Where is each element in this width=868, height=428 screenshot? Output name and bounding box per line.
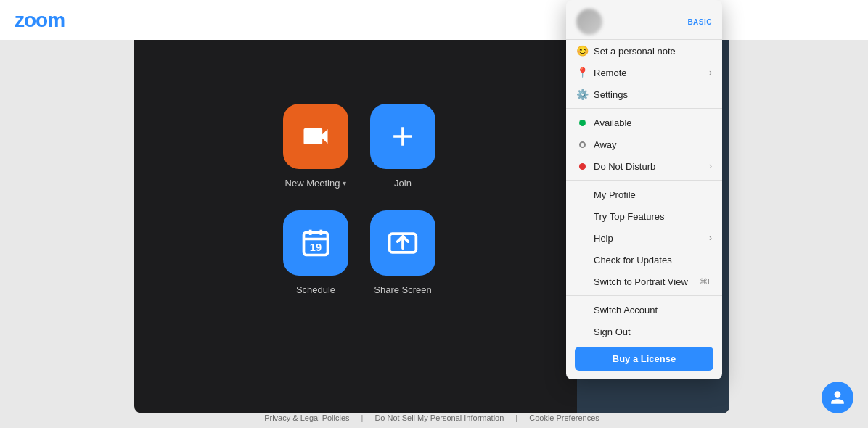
help-fab-button[interactable] xyxy=(822,382,853,413)
camera-icon xyxy=(300,120,332,152)
menu-item-dnd[interactable]: Do Not Disturb › xyxy=(566,155,722,177)
menu-item-help[interactable]: Help › xyxy=(566,227,722,249)
menu-item-switch-account[interactable]: Switch Account xyxy=(566,299,722,321)
menu-item-top-features[interactable]: Try Top Features xyxy=(566,205,722,227)
schedule-button[interactable]: 19 xyxy=(283,210,348,276)
footer-link-do-not-sell[interactable]: Do Not Sell My Personal Information xyxy=(374,413,504,422)
calendar-icon: 19 xyxy=(300,227,332,259)
action-grid: New Meeting ▾ Join xyxy=(283,104,435,295)
left-panel: New Meeting ▾ Join xyxy=(134,0,584,413)
share-screen-button[interactable] xyxy=(370,210,435,276)
status-away-icon xyxy=(576,139,588,150)
zoom-logo: zoom xyxy=(15,9,65,32)
portrait-view-shortcut: ⌘L xyxy=(700,277,712,287)
chevron-right-help-icon: › xyxy=(709,233,712,243)
menu-item-settings[interactable]: ⚙️ Settings xyxy=(566,83,722,105)
divider-2 xyxy=(566,180,722,181)
divider-3 xyxy=(566,295,722,296)
location-icon: 📍 xyxy=(576,67,588,78)
schedule-item[interactable]: 19 Schedule xyxy=(283,210,348,295)
status-dnd-icon xyxy=(576,160,588,172)
emoji-icon: 😊 xyxy=(576,45,588,57)
chevron-right-icon: › xyxy=(709,67,712,78)
join-item[interactable]: Join xyxy=(370,104,435,189)
join-button[interactable] xyxy=(370,104,435,169)
profile-dropdown: BASIC 😊 Set a personal note 📍 Remote › ⚙… xyxy=(566,0,722,379)
chevron-down-icon: ▾ xyxy=(343,179,346,187)
menu-item-check-updates[interactable]: Check for Updates xyxy=(566,249,722,271)
svg-text:19: 19 xyxy=(310,242,322,253)
divider-1 xyxy=(566,108,722,109)
person-icon xyxy=(830,390,846,406)
top-bar: zoom xyxy=(0,0,868,40)
menu-header: BASIC xyxy=(566,3,722,40)
badge-basic: BASIC xyxy=(687,18,712,26)
new-meeting-label: New Meeting ▾ xyxy=(285,178,347,189)
new-meeting-item[interactable]: New Meeting ▾ xyxy=(283,104,348,189)
share-screen-icon xyxy=(387,227,419,259)
schedule-label: Schedule xyxy=(296,284,335,295)
menu-item-away[interactable]: Away xyxy=(566,133,722,155)
menu-item-sign-out[interactable]: Sign Out xyxy=(566,321,722,342)
new-meeting-button[interactable] xyxy=(283,104,348,169)
share-screen-item[interactable]: Share Screen xyxy=(370,210,435,295)
menu-item-my-profile[interactable]: My Profile xyxy=(566,184,722,205)
status-available-icon xyxy=(576,117,588,128)
menu-item-available[interactable]: Available xyxy=(566,112,722,133)
menu-item-portrait-view[interactable]: Switch to Portrait View ⌘L xyxy=(566,271,722,292)
avatar xyxy=(576,9,602,35)
join-label: Join xyxy=(394,178,412,189)
plus-icon xyxy=(387,120,419,152)
footer-link-privacy[interactable]: Privacy & Legal Policies xyxy=(264,413,349,422)
chevron-right-dnd-icon: › xyxy=(709,161,712,171)
footer: Privacy & Legal Policies | Do Not Sell M… xyxy=(134,413,729,422)
share-screen-label: Share Screen xyxy=(374,284,432,295)
footer-link-cookies[interactable]: Cookie Preferences xyxy=(529,413,599,422)
gear-icon: ⚙️ xyxy=(576,89,588,100)
menu-item-personal-note[interactable]: 😊 Set a personal note xyxy=(566,40,722,62)
menu-item-remote[interactable]: 📍 Remote › xyxy=(566,62,722,83)
buy-license-button[interactable]: Buy a License xyxy=(575,347,713,371)
